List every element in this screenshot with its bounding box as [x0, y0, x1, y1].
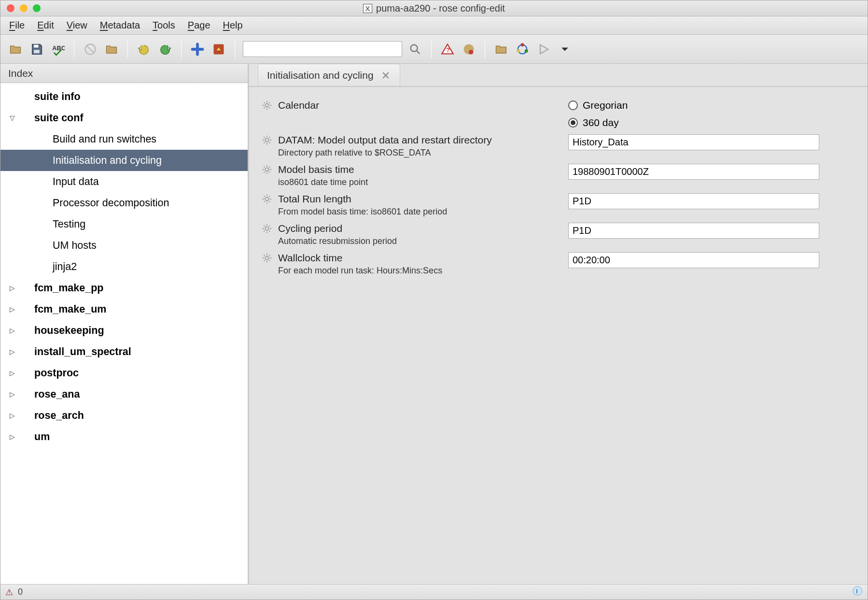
tree-item[interactable]: ▽suite conf — [0, 107, 248, 129]
svg-point-8 — [469, 50, 473, 54]
menu-tools[interactable]: Tools — [153, 20, 175, 31]
run-icon[interactable] — [535, 41, 552, 57]
tree-expander-icon[interactable]: ▷ — [5, 284, 19, 292]
input-cycling-period[interactable] — [568, 223, 819, 239]
menu-page[interactable]: Page — [188, 20, 210, 31]
tree-item[interactable]: Input data — [0, 171, 248, 192]
refresh-orb-icon[interactable] — [461, 41, 477, 57]
save-icon[interactable] — [28, 41, 45, 57]
menu-edit[interactable]: Edit — [37, 20, 54, 31]
tree-expander-icon[interactable]: ▷ — [5, 390, 19, 398]
radio-360day-label: 360 day — [583, 117, 619, 129]
input-datam[interactable] — [568, 134, 819, 150]
field-cycling-period: Cycling period Automatic resubmission pe… — [262, 220, 855, 249]
search-input[interactable] — [243, 41, 402, 57]
input-basis-time[interactable] — [568, 164, 819, 180]
field-calendar: Calendar Gregorian 360 day — [262, 97, 855, 131]
tree-item[interactable]: ▷rose_arch — [0, 405, 248, 426]
revert-icon[interactable] — [210, 41, 227, 57]
radio-360day[interactable]: 360 day — [568, 117, 855, 129]
status-info-icon[interactable]: i — [852, 586, 863, 599]
folder3-icon[interactable] — [493, 41, 509, 57]
menubar: File Edit View Metadata Tools Page Help — [0, 16, 868, 35]
folder2-icon[interactable] — [103, 41, 120, 57]
tree-item[interactable]: ▷install_um_spectral — [0, 341, 248, 362]
svg-point-18 — [265, 256, 268, 259]
tab-initialisation-and-cycling[interactable]: Initialisation and cycling — [258, 64, 400, 86]
form: Calendar Gregorian 360 day — [249, 87, 868, 584]
gear-icon[interactable] — [262, 135, 272, 145]
run-dropdown-icon[interactable] — [557, 41, 573, 57]
sidebar-header: Index — [0, 64, 248, 83]
radio-gregorian[interactable]: Gregorian — [568, 100, 855, 111]
menu-metadata[interactable]: Metadata — [100, 20, 140, 31]
tree-expander-icon[interactable]: ▽ — [5, 114, 19, 122]
svg-point-14 — [265, 138, 268, 142]
tree-expander-icon[interactable]: ▷ — [5, 433, 19, 441]
tree-item-label: suite info — [19, 91, 81, 103]
tree-expander-icon[interactable]: ▷ — [5, 327, 19, 334]
tree[interactable]: suite info▽suite confBuild and run switc… — [0, 83, 248, 584]
zoom-window-button[interactable] — [33, 4, 41, 12]
svg-point-12 — [517, 49, 520, 53]
menu-file[interactable]: File — [9, 20, 25, 31]
tree-item[interactable]: ▷fcm_make_pp — [0, 277, 248, 299]
gear-icon[interactable] — [262, 164, 272, 175]
svg-point-17 — [265, 227, 268, 230]
svg-point-5 — [411, 44, 418, 51]
tree-item[interactable]: Build and run switches — [0, 129, 248, 150]
tree-item-label: jinja2 — [19, 261, 77, 273]
tree-item[interactable]: ▷postproc — [0, 362, 248, 384]
close-window-button[interactable] — [7, 4, 14, 12]
toolbar: ABC ? — [0, 35, 868, 64]
x11-app-icon: X — [363, 4, 372, 13]
search-icon[interactable] — [407, 41, 423, 57]
gear-icon[interactable] — [262, 253, 272, 263]
tab-close-icon[interactable] — [380, 70, 391, 81]
titlebar: X puma-aa290 - rose config-edit — [0, 0, 868, 16]
tree-expander-icon[interactable]: ▷ — [5, 369, 19, 377]
tree-item-label: fcm_make_um — [19, 303, 106, 315]
gear-icon[interactable] — [262, 100, 272, 111]
tree-item-label: um — [19, 431, 50, 443]
open-folder-icon[interactable] — [7, 41, 24, 57]
gear-icon[interactable] — [262, 223, 272, 234]
help-runlen: From model basis time: iso8601 date peri… — [278, 207, 568, 217]
warning-icon[interactable]: ? — [439, 41, 456, 57]
tree-expander-icon[interactable]: ▷ — [5, 305, 19, 313]
tabbar: Initialisation and cycling — [249, 64, 868, 87]
cycle-icon[interactable] — [514, 41, 531, 57]
svg-point-15 — [265, 168, 268, 171]
tree-expander-icon[interactable]: ▷ — [5, 412, 19, 419]
tree-item[interactable]: suite info — [0, 86, 248, 107]
tree-expander-icon[interactable]: ▷ — [5, 348, 19, 356]
spellcheck-icon[interactable]: ABC — [50, 41, 66, 57]
tree-item-label: install_um_spectral — [19, 346, 131, 358]
minimize-window-button[interactable] — [20, 4, 28, 12]
menu-help[interactable]: Help — [223, 20, 243, 31]
gear-icon[interactable] — [262, 194, 272, 204]
tree-item[interactable]: Initialisation and cycling — [0, 150, 248, 171]
tree-item[interactable]: jinja2 — [0, 256, 248, 277]
add-icon[interactable] — [189, 41, 206, 57]
help-wall: For each model run task: Hours:Mins:Secs — [278, 266, 568, 276]
tree-item-label: fcm_make_pp — [19, 282, 103, 294]
svg-rect-1 — [34, 50, 40, 53]
tree-item[interactable]: Processor decomposition — [0, 192, 248, 214]
tree-item[interactable]: ▷rose_ana — [0, 384, 248, 405]
tree-item[interactable]: UM hosts — [0, 235, 248, 256]
svg-point-11 — [525, 49, 528, 53]
tree-item[interactable]: ▷um — [0, 426, 248, 447]
tree-item[interactable]: ▷housekeeping — [0, 320, 248, 341]
label-cycle: Cycling period — [278, 223, 342, 234]
redo-icon[interactable] — [157, 41, 173, 57]
input-run-length[interactable] — [568, 193, 819, 209]
undo-icon[interactable] — [136, 41, 152, 57]
tree-item[interactable]: ▷fcm_make_um — [0, 299, 248, 320]
menu-view[interactable]: View — [67, 20, 87, 31]
help-datam: Directory path relative to $ROSE_DATA — [278, 148, 568, 158]
tree-item[interactable]: Testing — [0, 214, 248, 235]
label-basis: Model basis time — [278, 164, 354, 175]
status-error-icon[interactable]: ⚠ — [5, 587, 13, 598]
input-wallclock[interactable] — [568, 252, 819, 268]
